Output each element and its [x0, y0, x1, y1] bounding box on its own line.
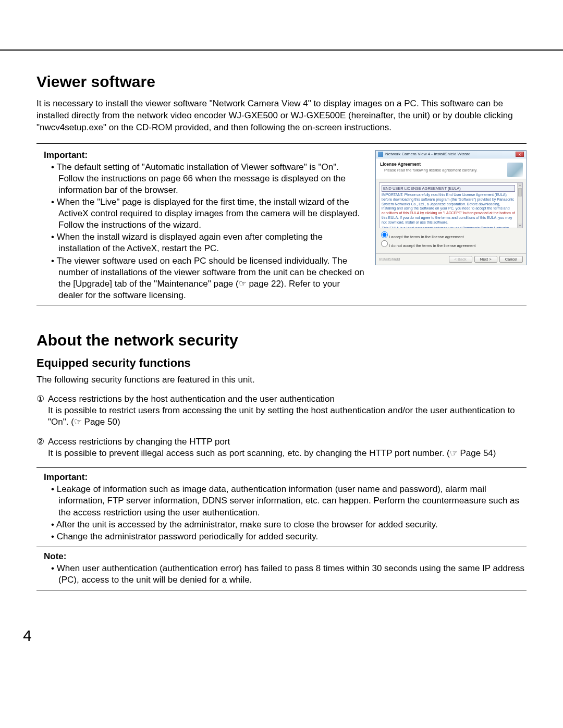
bullet: Change the administrator password period…: [51, 531, 527, 542]
circled-number: ②: [36, 436, 48, 459]
eula-footer-line: This EULA is a legal agreement between y…: [382, 226, 515, 228]
note-list: When user authentication (authentication…: [36, 563, 527, 586]
numbered-heading: Access restrictions by the host authenti…: [48, 393, 527, 405]
bullet: The viewer software used on each PC shou…: [51, 255, 366, 301]
bullet: After the unit is accessed by the admini…: [51, 519, 527, 530]
app-icon: [378, 152, 383, 157]
bullet: When user authentication (authentication…: [51, 563, 527, 586]
radio-decline-input[interactable]: [381, 240, 388, 247]
installshield-dialog: Network Camera View 4 - InstallShield Wi…: [375, 150, 527, 265]
bullet: The default setting of "Automatic instal…: [51, 162, 366, 196]
brand-label: InstallShield: [379, 257, 447, 262]
dialog-header: License Agreement: [380, 162, 421, 167]
important-label-2: Important:: [44, 472, 527, 483]
numbered-heading: Access restrictions by changing the HTTP…: [48, 436, 496, 448]
eula-textbox[interactable]: END USER LICENSE AGREEMENT (EULA) IMPORT…: [379, 182, 523, 228]
eula-text: IMPORTANT: Please carefully read this En…: [382, 193, 514, 210]
numbered-item-2: ② Access restrictions by changing the HT…: [36, 436, 527, 459]
radio-accept[interactable]: I accept the terms in the license agreem…: [381, 231, 521, 239]
numbered-body: It is possible to restrict users from ac…: [48, 405, 515, 427]
circled-number: ①: [36, 393, 48, 428]
section2-subtitle: Equipped security functions: [36, 356, 527, 370]
radio-accept-label: I accept the terms in the license agreem…: [389, 235, 463, 239]
scrollbar[interactable]: [517, 183, 522, 228]
eula-text-highlight: conditions of this EULA by clicking on "…: [382, 211, 515, 215]
radio-decline-label: I do not accept the terms in the license…: [389, 243, 475, 248]
numbered-body: It is possible to prevent illegal access…: [48, 448, 496, 458]
next-button[interactable]: Next >: [474, 256, 497, 263]
bullet: When the install wizard is displayed aga…: [51, 231, 366, 254]
bullet: When the "Live" page is displayed for th…: [51, 196, 366, 231]
dialog-subheader: Please read the following license agreem…: [384, 168, 522, 172]
note-label: Note:: [44, 551, 527, 562]
back-button[interactable]: < Back: [449, 256, 472, 263]
section2-title: About the network security: [36, 331, 527, 349]
cancel-button[interactable]: Cancel: [499, 256, 523, 263]
dialog-art: [507, 163, 523, 177]
important-list-2: Leakage of information such as image dat…: [36, 484, 527, 542]
dialog-title: Network Camera View 4 - InstallShield Wi…: [385, 152, 513, 156]
bullet: Leakage of information such as image dat…: [51, 484, 527, 518]
eula-title: END USER LICENSE AGREEMENT (EULA): [382, 185, 515, 192]
eula-text: this EULA. If you do not agree to the te…: [382, 216, 512, 224]
dialog-titlebar[interactable]: Network Camera View 4 - InstallShield Wi…: [376, 151, 526, 158]
scrollbar-thumb[interactable]: [518, 188, 522, 196]
radio-decline[interactable]: I do not accept the terms in the license…: [381, 240, 521, 248]
numbered-item-1: ① Access restrictions by the host authen…: [36, 393, 527, 428]
important-label-1: Important:: [44, 150, 366, 161]
page-number: 4: [23, 627, 32, 645]
section2-intro: The following security functions are fea…: [36, 374, 527, 386]
close-icon[interactable]: ✕: [516, 152, 524, 157]
section1-title: Viewer software: [36, 73, 527, 91]
radio-accept-input[interactable]: [381, 231, 388, 238]
section1-intro: It is necessary to install the viewer so…: [36, 98, 527, 134]
important-list-1: The default setting of "Automatic instal…: [36, 162, 366, 301]
